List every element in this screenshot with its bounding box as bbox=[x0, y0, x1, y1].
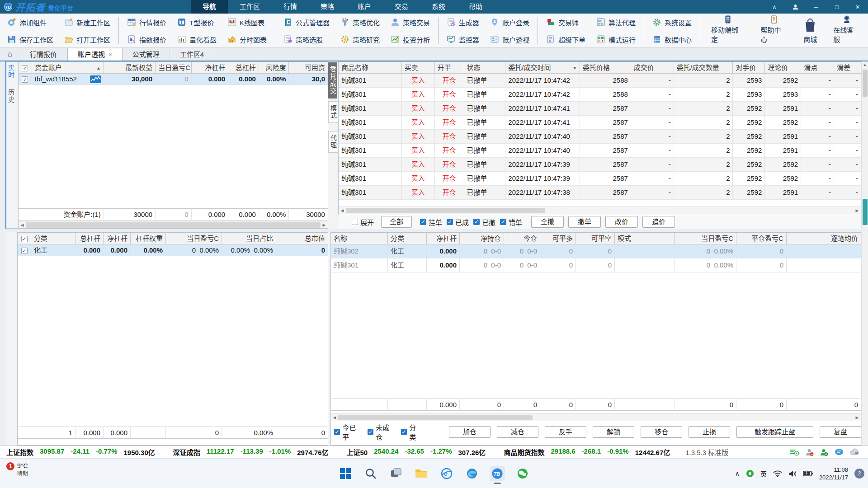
header-cell[interactable]: 资金账户▲ bbox=[32, 62, 104, 74]
header-cell[interactable]: 滑差 bbox=[834, 62, 861, 74]
header-cell[interactable]: 当日占比 bbox=[222, 233, 276, 244]
error-checkbox-label[interactable]: ✓错单 bbox=[500, 217, 522, 227]
quote-button[interactable]: 行情报价 bbox=[122, 14, 172, 31]
header-cell[interactable]: 净持仓 bbox=[460, 233, 504, 244]
header-cell[interactable]: 总杠杆 bbox=[228, 62, 259, 74]
table-row[interactable]: 纯碱301买入开仓已撤单2022/11/17 10:47:392587-2259… bbox=[339, 158, 861, 172]
header-cell[interactable]: 当日盈亏C bbox=[156, 62, 192, 74]
super-order-button[interactable]: 超级下单 bbox=[541, 31, 591, 48]
account-perspective-button[interactable]: 账户透视 bbox=[485, 31, 535, 48]
header-cell[interactable]: 对手价 bbox=[733, 62, 765, 74]
tb-app-icon[interactable]: TB bbox=[490, 466, 505, 481]
table-row[interactable]: 纯碱301买入开仓已撤单2022/11/17 10:47:392587-2259… bbox=[339, 172, 861, 186]
table-row[interactable]: 纯碱301买入开仓已撤单2022/11/17 10:47:382587-2259… bbox=[339, 186, 861, 200]
header-cell[interactable]: 商品名称 bbox=[339, 62, 402, 74]
file-explorer-icon[interactable] bbox=[414, 466, 429, 481]
expand-checkbox-label[interactable]: 展开 bbox=[352, 217, 374, 227]
replay-button[interactable]: 复盘 bbox=[820, 426, 861, 438]
header-cell[interactable]: 成交价 bbox=[631, 62, 674, 74]
trailing-stop-button[interactable]: 触发跟踪止盈 bbox=[736, 426, 813, 438]
menu-nav[interactable]: 导航 bbox=[191, 0, 228, 14]
scrollbar-thumb[interactable] bbox=[26, 222, 321, 228]
close-button[interactable]: ✕ bbox=[847, 0, 868, 14]
wechat-icon[interactable] bbox=[515, 466, 530, 481]
accounts-hscrollbar[interactable]: ◀ ▶ bbox=[19, 221, 328, 228]
cancel-all-button[interactable]: 全撤 bbox=[531, 216, 564, 228]
tray-chevron-icon[interactable]: ∧ bbox=[735, 470, 740, 477]
header-cell[interactable]: 可用资 bbox=[289, 62, 328, 74]
wifi-icon[interactable] bbox=[773, 470, 782, 477]
side-tab-history[interactable]: 历史 bbox=[6, 89, 15, 103]
minute-chart-button[interactable]: 分时图表 bbox=[222, 31, 272, 48]
open-workspace-button[interactable]: 打开工作区 bbox=[59, 31, 116, 48]
table-row[interactable]: 纯碱301买入开仓已撤单2022/11/17 10:47:422588-2259… bbox=[339, 74, 861, 88]
scrollbar-thumb[interactable] bbox=[338, 415, 533, 420]
side-tab-realtime[interactable]: 实时 bbox=[6, 65, 15, 79]
menu-market[interactable]: 行情 bbox=[272, 0, 309, 14]
cancelled-checkbox[interactable]: ✓ bbox=[473, 219, 480, 225]
add-position-button[interactable]: 加仓 bbox=[449, 426, 491, 438]
header-cell[interactable]: 当日盈亏C bbox=[166, 233, 222, 244]
user-icon[interactable] bbox=[785, 0, 806, 14]
edge-browser-icon[interactable] bbox=[464, 466, 480, 481]
header-cell[interactable]: 今仓 bbox=[504, 233, 540, 244]
menu-workspace[interactable]: 工作区 bbox=[228, 0, 272, 14]
reverse-button[interactable]: 反手 bbox=[545, 426, 586, 438]
account-row[interactable]: ✓ tbf_wd118552 30,000 0 0.000 0.000 0.00… bbox=[19, 74, 328, 85]
header-cell[interactable]: 委托/成交数量 bbox=[674, 62, 733, 74]
t-quote-button[interactable]: T型报价 bbox=[172, 14, 222, 31]
header-cell[interactable]: 买卖 bbox=[402, 62, 435, 74]
orders-vscrollbar[interactable]: ▲ bbox=[861, 61, 868, 229]
collapse-toolbar-icon[interactable]: ∧ bbox=[764, 0, 785, 14]
ie-browser-icon[interactable]: e bbox=[439, 466, 454, 481]
mall-button[interactable]: 商城 bbox=[795, 14, 825, 47]
strategy-optimize-button[interactable]: 策略优化 bbox=[335, 14, 385, 31]
move-position-button[interactable]: 移仓 bbox=[641, 426, 682, 438]
expand-checkbox[interactable] bbox=[352, 219, 358, 225]
unlock-button[interactable]: 解锁 bbox=[593, 426, 634, 438]
scrollbar-thumb[interactable] bbox=[346, 208, 545, 213]
header-cell[interactable]: 逐笔均价 bbox=[787, 233, 861, 244]
filled-checkbox[interactable]: ✓ bbox=[447, 219, 453, 225]
scrollbar-thumb[interactable] bbox=[863, 70, 868, 97]
table-row[interactable]: 纯碱301买入开仓已撤单2022/11/17 10:47:422588-2259… bbox=[339, 88, 861, 102]
mode-run-button[interactable]: 模式运行 bbox=[591, 31, 641, 48]
tray-app-icon[interactable] bbox=[746, 469, 754, 478]
formula-manager-button[interactable]: F公式管理器 bbox=[278, 14, 335, 31]
menu-help[interactable]: 帮助 bbox=[457, 0, 494, 14]
table-row[interactable]: 纯碱301买入开仓已撤单2022/11/17 10:47:402587-2259… bbox=[339, 130, 861, 144]
battery-icon[interactable] bbox=[803, 470, 813, 477]
tab-account-perspective[interactable]: 账户透视× bbox=[67, 48, 123, 61]
menu-account[interactable]: 账户 bbox=[346, 0, 383, 14]
header-cell[interactable]: 委托/成交时间▼ bbox=[505, 62, 580, 74]
cancelled-checkbox-label[interactable]: ✓已撤 bbox=[473, 217, 495, 227]
header-cell[interactable]: 状态 bbox=[464, 62, 506, 74]
help-center-button[interactable]: 帮助中心 bbox=[753, 14, 796, 47]
save-workspace-button[interactable]: 保存工作区 bbox=[2, 31, 59, 48]
header-cell[interactable]: 名称 bbox=[331, 233, 388, 244]
positions-hscrollbar[interactable]: ◀ ▶ bbox=[331, 413, 861, 421]
user-offline-icon[interactable] bbox=[806, 448, 814, 456]
message-icon[interactable] bbox=[835, 448, 844, 456]
account-chart-icon[interactable] bbox=[90, 75, 101, 83]
scroll-left-icon[interactable]: ◀ bbox=[331, 415, 338, 420]
select-all-checkbox[interactable]: ✓ bbox=[22, 65, 28, 71]
header-cell[interactable]: 模式 bbox=[615, 233, 675, 244]
header-cell[interactable]: 理论价 bbox=[765, 62, 801, 74]
cloud-data-icon[interactable] bbox=[850, 448, 860, 456]
log-list-icon[interactable] bbox=[789, 449, 799, 456]
online-service-button[interactable]: 在线客服 bbox=[825, 14, 868, 47]
tab-formula-manage[interactable]: 公式管理 bbox=[123, 48, 170, 61]
table-row[interactable]: 纯碱301买入开仓已撤单2022/11/17 10:47:412587-2259… bbox=[339, 102, 861, 116]
menu-trade[interactable]: 交易 bbox=[383, 0, 420, 14]
scroll-right-icon[interactable]: ▶ bbox=[854, 415, 861, 420]
unfilled-checkbox-label[interactable]: ✓未成仓 bbox=[368, 422, 395, 441]
stop-loss-button[interactable]: 止损 bbox=[689, 426, 730, 438]
tab-workspace4[interactable]: 工作区4 bbox=[170, 48, 214, 61]
header-cell[interactable]: 净杠杆 bbox=[427, 233, 460, 244]
header-cell[interactable]: 委托价格 bbox=[580, 62, 631, 74]
sort-desc-icon[interactable]: ▼ bbox=[572, 62, 577, 74]
header-cell[interactable]: 滑点 bbox=[801, 62, 834, 74]
taskbar-clock[interactable]: 11:08 2022/11/17 bbox=[819, 466, 848, 481]
task-view-icon[interactable] bbox=[388, 466, 404, 481]
